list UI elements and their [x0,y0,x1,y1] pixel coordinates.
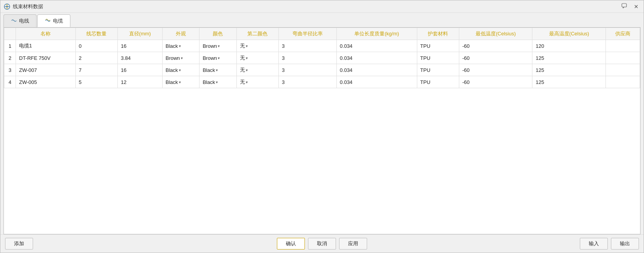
cell-color2[interactable]: 无 ▾ [236,76,278,88]
export-button[interactable]: 输出 [611,238,639,250]
cell-min_temp: -60 [459,40,532,52]
cell-cores: 5 [75,76,117,88]
app-icon [4,3,10,10]
col-appearance: 外观 [162,28,199,40]
apply-button[interactable]: 应用 [339,238,367,250]
dropdown-color2[interactable]: 无 ▾ [240,79,275,85]
cell-max_temp: 125 [532,64,606,76]
tab-cable-label: 电缆 [53,17,63,24]
cell-max_temp: 125 [532,52,606,64]
cell-color[interactable]: Black ▾ [200,64,236,76]
cell-color[interactable]: Brown ▾ [200,40,236,52]
cell-cores: 0 [75,40,117,52]
cell-weight: 0.034 [336,64,417,76]
cell-appearance[interactable]: Black ▾ [162,40,199,52]
cell-color2[interactable]: 无 ▾ [236,52,278,64]
cell-appearance[interactable]: Brown ▾ [162,52,199,64]
chevron-down-icon[interactable]: ▾ [216,68,218,72]
cancel-button[interactable]: 取消 [308,238,336,250]
cell-sheath: TPU [417,52,459,64]
col-index [4,28,16,40]
chevron-down-icon[interactable]: ▾ [246,44,248,48]
cell-diameter: 16 [117,40,162,52]
col-supplier: 供应商 [606,28,640,40]
cell-bend_ratio: 3 [278,76,336,88]
cell-supplier [606,64,640,76]
dropdown-color[interactable]: Brown ▾ [203,55,233,61]
cell-index: 1 [4,40,16,52]
dropdown-appearance[interactable]: Black ▾ [166,43,196,49]
cell-supplier [606,76,640,88]
title-bar-left: 线束材料数据 [4,3,43,10]
cell-name: DT-RFE 750V [16,52,76,64]
cell-diameter: 16 [117,64,162,76]
confirm-button[interactable]: 确认 [277,238,305,250]
chevron-down-icon[interactable]: ▾ [179,68,181,72]
dropdown-color[interactable]: Brown ▾ [203,43,233,49]
table-row[interactable]: 3ZW-007716Black ▾Black ▾无 ▾30.034TPU-601… [4,64,640,76]
chevron-down-icon[interactable]: ▾ [181,56,183,60]
col-color: 颜色 [200,28,236,40]
col-cores: 线芯数量 [75,28,117,40]
cell-color2[interactable]: 无 ▾ [236,40,278,52]
dropdown-color[interactable]: Black ▾ [203,79,233,85]
col-color2: 第二颜色 [236,28,278,40]
chevron-down-icon[interactable]: ▾ [218,44,220,48]
cell-color[interactable]: Black ▾ [200,76,236,88]
bottom-left: 添加 [5,238,33,250]
cell-diameter: 12 [117,76,162,88]
dropdown-color2[interactable]: 无 ▾ [240,54,275,61]
table-container[interactable]: 名称 线芯数量 直径(mm) 外观 颜色 第二颜色 弯曲半径比率 单位长度质量(… [4,28,640,234]
tab-wire-label: 电线 [19,17,29,24]
add-button[interactable]: 添加 [5,238,33,250]
title-bar: 线束材料数据 ✕ [0,0,644,13]
col-sheath: 护套材料 [417,28,459,40]
chevron-down-icon[interactable]: ▾ [216,80,218,84]
svg-rect-4 [622,3,626,7]
table-header: 名称 线芯数量 直径(mm) 外观 颜色 第二颜色 弯曲半径比率 单位长度质量(… [4,28,640,40]
col-weight: 单位长度质量(kg/m) [336,28,417,40]
chevron-down-icon[interactable]: ▾ [218,56,220,60]
col-bend: 弯曲半径比率 [278,28,336,40]
tab-cable[interactable]: 电缆 [37,14,70,27]
cell-appearance[interactable]: Black ▾ [162,76,199,88]
cell-appearance[interactable]: Black ▾ [162,64,199,76]
table-row[interactable]: 4ZW-005512Black ▾Black ▾无 ▾30.034TPU-601… [4,76,640,88]
col-diameter: 直径(mm) [117,28,162,40]
close-button[interactable]: ✕ [632,3,640,10]
col-max-temp: 最高温度(Celsius) [532,28,606,40]
chevron-down-icon[interactable]: ▾ [179,80,181,84]
dropdown-appearance[interactable]: Black ▾ [166,67,196,73]
cell-weight: 0.034 [336,76,417,88]
chevron-down-icon[interactable]: ▾ [246,56,248,60]
import-button[interactable]: 输入 [580,238,608,250]
title-bar-right: ✕ [620,2,640,10]
cell-supplier [606,52,640,64]
tab-wire[interactable]: 电线 [4,14,37,27]
cell-bend_ratio: 3 [278,64,336,76]
dropdown-appearance[interactable]: Black ▾ [166,79,196,85]
svg-point-3 [6,6,8,7]
dropdown-color2[interactable]: 无 ▾ [240,42,275,49]
dropdown-appearance[interactable]: Brown ▾ [166,55,196,61]
main-window: 线束材料数据 ✕ 电线 [0,0,644,253]
comment-button[interactable] [620,2,629,10]
cell-sheath: TPU [417,64,459,76]
table-row[interactable]: 2DT-RFE 750V23.84Brown ▾Brown ▾无 ▾30.034… [4,52,640,64]
chevron-down-icon[interactable]: ▾ [246,68,248,72]
cell-max_temp: 120 [532,40,606,52]
cell-min_temp: -60 [459,52,532,64]
window-title: 线束材料数据 [13,3,43,10]
chevron-down-icon[interactable]: ▾ [246,80,248,84]
chevron-down-icon[interactable]: ▾ [179,44,181,48]
cell-max_temp: 125 [532,76,606,88]
cell-name: 电缆1 [16,40,76,52]
col-min-temp: 最低温度(Celsius) [459,28,532,40]
cell-color2[interactable]: 无 ▾ [236,64,278,76]
cell-color[interactable]: Brown ▾ [200,52,236,64]
dropdown-color2[interactable]: 无 ▾ [240,66,275,73]
cell-bend_ratio: 3 [278,52,336,64]
table-row[interactable]: 1电缆1016Black ▾Brown ▾无 ▾30.034TPU-60120 [4,40,640,52]
dropdown-color[interactable]: Black ▾ [203,67,233,73]
cell-min_temp: -60 [459,64,532,76]
